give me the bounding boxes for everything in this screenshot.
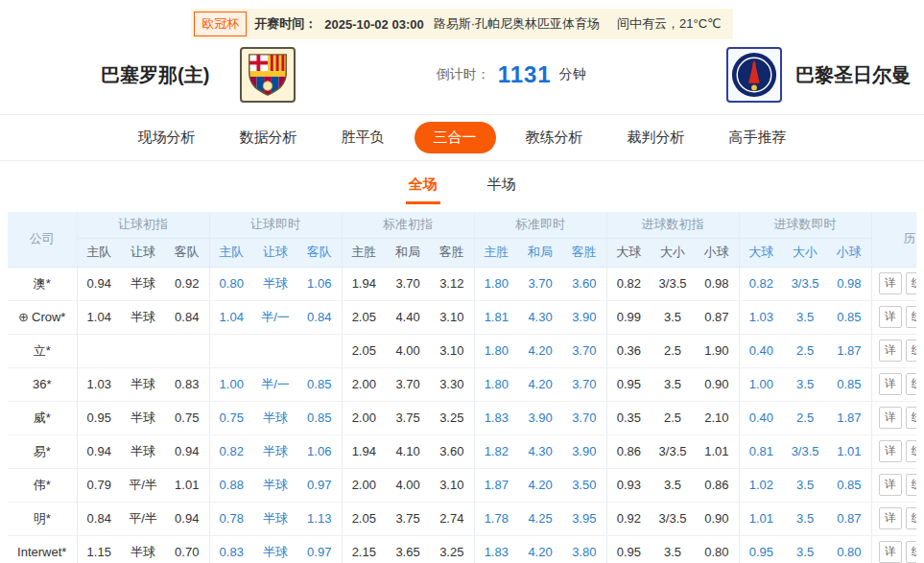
odds-cell: 0.83	[165, 367, 209, 401]
odds-cell: 半球	[121, 401, 165, 434]
home-team: 巴塞罗那(主)	[101, 47, 296, 103]
detail-button[interactable]: 详	[879, 440, 902, 462]
odds-cell: 3.30	[430, 367, 474, 401]
odds-cell: 2.15	[342, 535, 386, 563]
match-info-bar: 欧冠杯 开赛时间： 2025-10-02 03:00 路易斯·孔帕尼奥林匹亚体育…	[0, 0, 924, 39]
odds-cell: 4.25	[518, 502, 562, 535]
odds-cell: 3.5	[651, 468, 695, 502]
company-name: 36*	[8, 367, 77, 401]
odds-cell: 4.00	[386, 468, 430, 502]
history-column-header: 历史	[871, 212, 916, 267]
sub-column-header: 小球	[695, 238, 739, 267]
odds-cell: 0.92	[165, 267, 209, 300]
detail-button[interactable]: 详	[879, 340, 902, 362]
match-odds-page: 欧冠杯 开赛时间： 2025-10-02 03:00 路易斯·孔帕尼奥林匹亚体育…	[0, 0, 924, 563]
company-name: 立*	[8, 334, 77, 367]
odds-cell: 1.87	[827, 334, 871, 367]
group-header: 进球数即时	[739, 212, 871, 238]
odds-cell: 0.88	[209, 468, 253, 502]
nav-tab-4[interactable]: 三合一	[415, 122, 496, 153]
group-header: 标准即时	[474, 212, 606, 238]
odds-cell: 3.70	[562, 401, 606, 434]
odds-cell: 1.80	[474, 367, 518, 401]
nav-tab-2[interactable]: 数据分析	[225, 122, 312, 153]
nav-tab-3[interactable]: 胜平负	[327, 122, 399, 153]
odds-cell	[209, 334, 253, 367]
odds-cell: 4.20	[518, 367, 562, 401]
stats-button[interactable]: 统	[906, 541, 916, 563]
nav-tab-1[interactable]: 现场分析	[124, 122, 210, 153]
detail-button[interactable]: 详	[879, 306, 902, 328]
sub-tab-1[interactable]: 全场	[406, 173, 440, 204]
kickoff-time: 2025-10-02 03:00	[324, 17, 423, 32]
nav-tab-5[interactable]: 教练分析	[511, 122, 598, 153]
match-info-inner: 欧冠杯 开赛时间： 2025-10-02 03:00 路易斯·孔帕尼奥林匹亚体育…	[191, 9, 732, 39]
odds-cell: 3.90	[562, 434, 606, 468]
stats-button[interactable]: 统	[906, 306, 916, 328]
odds-cell: 1.78	[474, 502, 518, 535]
odds-cell: 3/3.5	[651, 267, 695, 300]
odds-cell: 1.01	[165, 468, 209, 502]
sub-tab-2[interactable]: 半场	[485, 173, 519, 204]
odds-cell: 3.80	[562, 535, 606, 563]
detail-button[interactable]: 详	[879, 407, 902, 429]
odds-cell: 2.5	[651, 401, 695, 434]
odds-cell: 3.10	[430, 334, 474, 367]
odds-cell: 3.75	[386, 502, 430, 535]
stats-button[interactable]: 统	[906, 373, 916, 395]
odds-cell: 0.40	[739, 401, 783, 434]
odds-cell: 0.90	[695, 367, 739, 401]
odds-cell: 1.83	[474, 401, 518, 434]
stats-button[interactable]: 统	[906, 507, 916, 529]
stats-button[interactable]: 统	[906, 440, 916, 462]
stats-button[interactable]: 统	[906, 474, 916, 496]
odds-cell: 0.80	[209, 267, 253, 300]
history-cell: 详统	[871, 468, 916, 502]
odds-cell: 0.95	[77, 401, 121, 434]
league-badge[interactable]: 欧冠杯	[194, 12, 247, 36]
odds-cell: 0.95	[606, 535, 651, 563]
odds-cell	[297, 334, 342, 367]
odds-cell: 半球	[253, 502, 297, 535]
odds-cell: 2.5	[651, 334, 695, 367]
odds-cell: 1.87	[474, 468, 518, 502]
stats-button[interactable]: 统	[906, 407, 916, 429]
odds-cell: 3.5	[651, 367, 695, 401]
odds-cell: 4.40	[386, 300, 430, 334]
company-name: 易*	[8, 434, 77, 468]
detail-button[interactable]: 详	[879, 507, 902, 529]
group-header: 标准初指	[342, 212, 474, 238]
detail-button[interactable]: 详	[879, 272, 902, 294]
odds-cell: 1.06	[297, 434, 342, 468]
odds-cell: 3.75	[386, 401, 430, 434]
company-name-label: 威*	[34, 411, 51, 425]
odds-cell: 0.75	[209, 401, 253, 434]
odds-cell: 3.70	[562, 334, 606, 367]
nav-tab-6[interactable]: 裁判分析	[613, 122, 699, 153]
detail-button[interactable]: 详	[879, 541, 902, 563]
odds-cell: 0.35	[606, 401, 651, 434]
odds-cell: 1.90	[695, 334, 739, 367]
stats-button[interactable]: 统	[906, 272, 916, 294]
company-name: ⊕Crow*	[8, 300, 77, 334]
odds-cell: 1.13	[297, 502, 342, 535]
sub-column-header: 主胜	[342, 238, 386, 267]
odds-cell: 半/一	[253, 300, 297, 334]
detail-button[interactable]: 详	[879, 474, 902, 496]
odds-cell: 3.5	[783, 468, 827, 502]
odds-cell: 3.25	[430, 401, 474, 434]
odds-cell: 半球	[121, 300, 165, 334]
odds-cell: 0.97	[297, 535, 342, 563]
sub-column-header: 大小	[651, 238, 695, 267]
odds-cell: 4.30	[518, 434, 562, 468]
company-name-label: 伟*	[34, 478, 51, 492]
odds-cell: 半球	[121, 535, 165, 563]
away-team: 巴黎圣日尔曼	[726, 47, 911, 103]
detail-button[interactable]: 详	[879, 373, 902, 395]
nav-tab-7[interactable]: 高手推荐	[715, 122, 801, 153]
sub-column-header: 主胜	[474, 238, 518, 267]
company-name-label: 澳*	[34, 276, 51, 291]
odds-cell: 0.82	[209, 434, 253, 468]
company-name-label: 36*	[33, 377, 52, 391]
stats-button[interactable]: 统	[906, 340, 916, 362]
